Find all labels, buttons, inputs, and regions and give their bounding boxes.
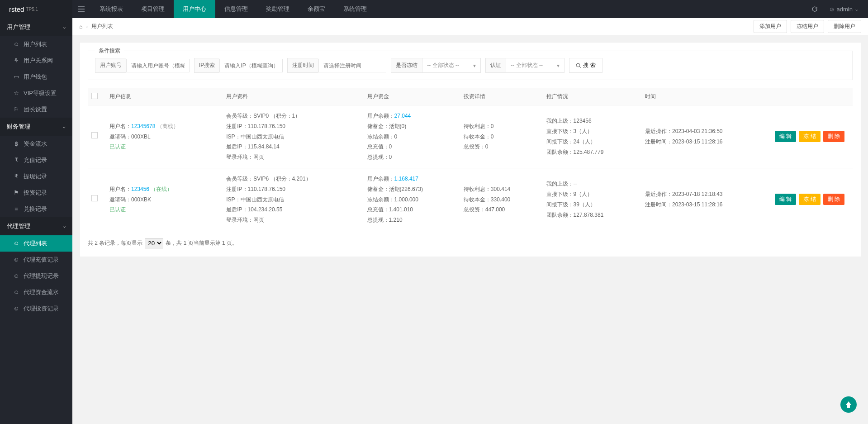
account-input[interactable] xyxy=(126,59,190,72)
logo[interactable]: rsted TP5.1 xyxy=(0,0,72,18)
row-checkbox[interactable] xyxy=(91,132,98,138)
page-action-button[interactable]: 冻结用户 xyxy=(791,20,824,33)
sidebar-icon: ☆ xyxy=(13,85,20,101)
table-row: 用户名：12345678 （离线）邀请码：000XBL已认证会员等级：SVIP0… xyxy=(88,105,853,168)
delete-button[interactable]: 删 除 xyxy=(823,131,844,142)
row-checkbox[interactable] xyxy=(91,195,98,201)
sidebar: 用户管理⌵☺用户列表⚘用户关系网▭用户钱包☆VIP等级设置⚐团长设置财务管理⌵฿… xyxy=(0,18,72,424)
sidebar-item[interactable]: ▭用户钱包 xyxy=(0,69,72,85)
top-nav-item[interactable]: 信息管理 xyxy=(215,0,257,18)
freeze-label: 是否冻结 xyxy=(391,58,422,73)
username-link[interactable]: 123456 xyxy=(131,186,149,192)
sidebar-item[interactable]: ☺代理提现记录 xyxy=(0,268,72,284)
search-fieldset: 条件搜索 用户账号 IP搜索 注册时间 是否冻结 -- 全部状态 --▾ xyxy=(88,51,853,80)
sidebar-item[interactable]: ☺用户列表 xyxy=(0,36,72,52)
sidebar-icon: ≡ xyxy=(13,201,20,217)
sidebar-group[interactable]: 用户管理⌵ xyxy=(0,18,72,36)
sidebar-item[interactable]: ☆VIP等级设置 xyxy=(0,85,72,101)
column-header: 用户信息 xyxy=(106,88,223,105)
sidebar-group[interactable]: 代理管理⌵ xyxy=(0,217,72,235)
time-label: 注册时间 xyxy=(287,58,318,73)
sidebar-icon: ฿ xyxy=(13,136,20,152)
column-header: 投资详情 xyxy=(460,88,543,105)
sidebar-item[interactable]: ₹提现记录 xyxy=(0,168,72,185)
header: rsted TP5.1 系统报表项目管理用户中心信息管理奖励管理余额宝系统管理 … xyxy=(0,0,868,18)
sidebar-item[interactable]: ≡兑换记录 xyxy=(0,201,72,217)
content-card: 条件搜索 用户账号 IP搜索 注册时间 是否冻结 -- 全部状态 --▾ xyxy=(79,42,861,257)
sidebar-icon: ⚘ xyxy=(13,52,20,69)
auth-label: 认证 xyxy=(485,58,506,73)
top-nav-item[interactable]: 用户中心 xyxy=(174,0,215,18)
ip-label: IP搜索 xyxy=(194,58,219,73)
svg-point-0 xyxy=(576,63,580,67)
sidebar-item[interactable]: ⚘用户关系网 xyxy=(0,52,72,69)
username-label: admin xyxy=(837,6,853,13)
menu-toggle-icon[interactable] xyxy=(72,0,90,18)
edit-button[interactable]: 编 辑 xyxy=(775,131,796,142)
table-row: 用户名：123456 （在线）邀请码：000XBK已认证会员等级：SVIP6 （… xyxy=(88,168,853,231)
sidebar-icon: ☺ xyxy=(13,268,20,284)
page-action-button[interactable]: 添加用户 xyxy=(754,20,787,33)
home-icon[interactable]: ⌂ xyxy=(79,24,82,30)
top-nav-item[interactable]: 系统管理 xyxy=(334,0,376,18)
page-size-select[interactable]: 20 xyxy=(145,238,163,248)
account-label: 用户账号 xyxy=(95,58,126,73)
auth-select[interactable]: -- 全部状态 --▾ xyxy=(506,58,564,73)
sidebar-icon: ▭ xyxy=(13,69,20,85)
freeze-button[interactable]: 冻 结 xyxy=(799,131,820,142)
pagination: 共 2 条记录，每页显示 20 条，共 1 页当前显示第 1 页。 xyxy=(88,238,853,248)
top-nav: 系统报表项目管理用户中心信息管理奖励管理余额宝系统管理 xyxy=(90,0,376,18)
top-nav-item[interactable]: 项目管理 xyxy=(132,0,174,18)
user-menu[interactable]: ☺ admin ⌵ xyxy=(823,0,863,18)
select-all-checkbox[interactable] xyxy=(91,93,98,99)
top-nav-item[interactable]: 奖励管理 xyxy=(257,0,299,18)
sidebar-item[interactable]: ☺代理投资记录 xyxy=(0,300,72,317)
breadcrumb-current: 用户列表 xyxy=(91,23,113,30)
breadcrumb-bar: ⌂ › 用户列表 添加用户冻结用户删除用户 xyxy=(72,18,868,35)
ip-input[interactable] xyxy=(219,59,283,72)
sidebar-item[interactable]: ☺代理列表 xyxy=(0,235,72,252)
sidebar-icon: ☺ xyxy=(13,36,20,52)
pagination-suffix: 条，共 1 页当前显示第 1 页。 xyxy=(166,239,237,247)
freeze-button[interactable]: 冻 结 xyxy=(799,194,820,205)
sidebar-icon: ☺ xyxy=(13,284,20,300)
sidebar-icon: ☺ xyxy=(13,300,20,317)
sidebar-group[interactable]: 财务管理⌵ xyxy=(0,118,72,136)
sidebar-item[interactable]: ☺代理资金流水 xyxy=(0,284,72,300)
sidebar-icon: ☺ xyxy=(13,252,20,268)
column-header: 推广情况 xyxy=(543,88,641,105)
sidebar-icon: ⚐ xyxy=(13,101,20,118)
header-right: ☺ admin ⌵ xyxy=(806,0,868,18)
edit-button[interactable]: 编 辑 xyxy=(775,194,796,205)
column-header: 用户资金 xyxy=(364,88,460,105)
page-actions: 添加用户冻结用户删除用户 xyxy=(754,20,861,33)
search-button[interactable]: 搜 索 xyxy=(569,58,602,73)
fieldset-title: 条件搜索 xyxy=(95,47,124,55)
column-header: 时间 xyxy=(641,88,771,105)
freeze-select[interactable]: -- 全部状态 --▾ xyxy=(422,58,481,73)
time-input[interactable] xyxy=(318,59,386,72)
delete-button[interactable]: 删 除 xyxy=(823,194,844,205)
logo-text: rsted xyxy=(9,5,24,13)
sidebar-item[interactable]: ⚐团长设置 xyxy=(0,101,72,118)
sidebar-item[interactable]: ฿资金流水 xyxy=(0,136,72,152)
breadcrumb: ⌂ › 用户列表 xyxy=(79,23,113,30)
logo-version: TP5.1 xyxy=(26,7,38,12)
sidebar-item[interactable]: ⚑投资记录 xyxy=(0,185,72,201)
page-action-button[interactable]: 删除用户 xyxy=(828,20,861,33)
refresh-icon[interactable] xyxy=(806,0,823,18)
sidebar-icon: ☺ xyxy=(13,235,20,252)
sidebar-item[interactable]: ☺代理充值记录 xyxy=(0,252,72,268)
sidebar-icon: ₹ xyxy=(13,168,20,185)
sidebar-icon: ⚑ xyxy=(13,185,20,201)
column-header: 用户资料 xyxy=(223,88,363,105)
main-content: ⌂ › 用户列表 添加用户冻结用户删除用户 条件搜索 用户账号 IP搜索 注册时… xyxy=(72,18,868,424)
pagination-prefix: 共 2 条记录，每页显示 xyxy=(88,239,142,247)
sidebar-icon: ₹ xyxy=(13,152,20,168)
sidebar-item[interactable]: ₹充值记录 xyxy=(0,152,72,168)
username-link[interactable]: 12345678 xyxy=(131,123,155,129)
fab-button[interactable] xyxy=(840,396,857,413)
top-nav-item[interactable]: 余额宝 xyxy=(299,0,334,18)
user-table: 用户信息用户资料用户资金投资详情推广情况时间 用户名：12345678 （离线）… xyxy=(88,88,853,231)
top-nav-item[interactable]: 系统报表 xyxy=(90,0,132,18)
